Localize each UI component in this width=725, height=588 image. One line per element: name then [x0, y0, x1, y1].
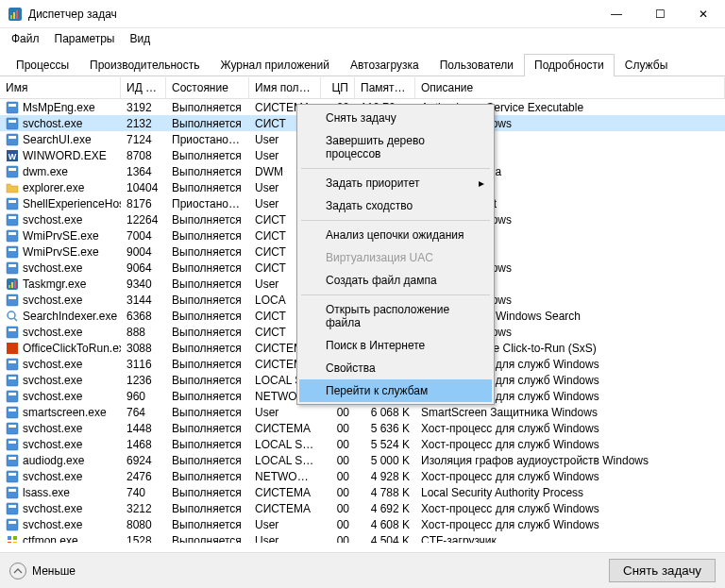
svg-rect-4 [7, 102, 18, 113]
process-state: Выполняется [166, 422, 249, 435]
tab-services[interactable]: Службы [615, 54, 678, 76]
process-mem: 5 524 K [355, 438, 415, 451]
process-icon [6, 229, 19, 243]
process-mem: 4 608 K [355, 518, 415, 531]
svg-rect-57 [8, 536, 11, 540]
col-user[interactable]: Имя польз... [249, 77, 321, 98]
process-name: smartscreen.exe [23, 406, 107, 419]
process-mem: 4 788 K [355, 486, 415, 499]
tab-history[interactable]: Журнал приложений [211, 54, 340, 76]
column-headers: Имя ИД п... Состояние Имя польз... ЦП Па… [0, 76, 725, 99]
svg-rect-1 [10, 15, 12, 19]
process-icon [6, 277, 19, 291]
tab-performance[interactable]: Производительность [79, 54, 210, 76]
svg-rect-26 [11, 282, 13, 288]
col-pid[interactable]: ИД п... [121, 77, 166, 98]
process-state: Выполняется [166, 342, 249, 355]
process-name: MsMpEng.exe [23, 101, 95, 114]
process-state: Выполняется [166, 406, 249, 419]
table-row[interactable]: smartscreen.exe764ВыполняетсяUser006 068… [0, 404, 725, 420]
table-row[interactable]: lsass.exe740ВыполняетсяСИСТЕМА004 788 KL… [0, 484, 725, 500]
process-icon [6, 518, 19, 531]
ctx-separator [301, 168, 490, 169]
table-row[interactable]: audiodg.exe6924ВыполняетсяLOCAL SE...005… [0, 452, 725, 468]
svg-rect-36 [8, 361, 16, 363]
close-button[interactable]: ✕ [682, 0, 725, 28]
process-icon [6, 390, 19, 403]
svg-rect-13 [8, 168, 16, 171]
process-name: svchost.exe [23, 213, 82, 227]
process-icon [6, 117, 19, 130]
process-icon [6, 294, 19, 307]
process-state: Выполняется [166, 294, 249, 307]
process-pid: 9340 [121, 277, 166, 291]
svg-rect-51 [7, 487, 18, 498]
process-state: Выполняется [166, 502, 249, 515]
ctx-wait-chain[interactable]: Анализ цепочки ожидания [299, 224, 492, 246]
process-mem: 4 692 K [355, 502, 415, 515]
ctx-priority[interactable]: Задать приоритет▸ [299, 172, 492, 194]
process-pid: 888 [121, 326, 166, 339]
col-desc[interactable]: Описание [415, 77, 725, 98]
process-name: svchost.exe [23, 358, 82, 371]
process-pid: 3088 [121, 342, 166, 355]
svg-rect-3 [16, 10, 18, 19]
svg-rect-43 [7, 423, 18, 434]
col-state[interactable]: Состояние [166, 77, 249, 98]
minimize-button[interactable]: — [595, 0, 638, 28]
process-desc: SmartScreen Защитника Windows [415, 406, 725, 419]
fewer-details-label: Меньше [32, 564, 76, 578]
process-state: Выполняется [166, 149, 249, 162]
ctx-goto-services[interactable]: Перейти к службам [299, 379, 492, 402]
ctx-open-location[interactable]: Открыть расположение файла [299, 298, 492, 334]
table-row[interactable]: svchost.exe1448ВыполняетсяСИСТЕМА005 636… [0, 420, 725, 436]
svg-rect-49 [7, 471, 18, 482]
table-row[interactable]: svchost.exe1468ВыполняетсяLOCAL SE...005… [0, 436, 725, 452]
maximize-button[interactable]: ☐ [638, 0, 682, 28]
tab-users[interactable]: Пользователи [430, 54, 524, 76]
table-row[interactable]: svchost.exe8080ВыполняетсяUser004 608 KХ… [0, 516, 725, 532]
svg-rect-33 [8, 328, 16, 331]
ctx-affinity[interactable]: Задать сходство [299, 194, 492, 217]
table-row[interactable]: svchost.exe3212ВыполняетсяСИСТЕМА004 692… [0, 500, 725, 516]
tab-bar: Процессы Производительность Журнал прило… [0, 49, 725, 76]
tab-processes[interactable]: Процессы [6, 54, 79, 76]
tab-startup[interactable]: Автозагрузка [340, 54, 430, 76]
process-state: Выполняется [166, 454, 249, 467]
process-cpu: 00 [321, 486, 355, 499]
process-pid: 8708 [121, 149, 166, 162]
col-mem[interactable]: Память (ч... [355, 77, 415, 98]
process-state: Выполняется [166, 245, 249, 259]
process-desc: Изоляция графов аудиоустройств Windows [415, 454, 725, 467]
svg-rect-21 [8, 248, 16, 251]
menu-file[interactable]: Файл [6, 30, 45, 47]
col-cpu[interactable]: ЦП [321, 77, 355, 98]
process-pid: 3116 [121, 358, 166, 371]
svg-rect-28 [7, 294, 18, 306]
ctx-properties[interactable]: Свойства [299, 357, 492, 379]
table-row[interactable]: svchost.exe2476ВыполняетсяNETWORK...004 … [0, 468, 725, 484]
process-desc: Хост-процесс для служб Windows [415, 502, 725, 515]
end-task-button[interactable]: Снять задачу [609, 559, 716, 582]
process-state: Приостановл... [166, 133, 249, 146]
ctx-search[interactable]: Поиск в Интернете [299, 334, 492, 357]
ctx-end-task[interactable]: Снять задачу [299, 107, 492, 129]
col-name[interactable]: Имя [0, 77, 121, 98]
fewer-details-button[interactable]: Меньше [9, 563, 76, 580]
process-cpu: 00 [321, 438, 355, 451]
menu-view[interactable]: Вид [124, 30, 156, 47]
svg-rect-40 [8, 393, 16, 395]
ctx-dump[interactable]: Создать файл дампа [299, 269, 492, 292]
tab-details[interactable]: Подробности [524, 54, 615, 76]
ctx-end-tree[interactable]: Завершить дерево процессов [299, 129, 492, 165]
process-icon [6, 454, 19, 467]
process-pid: 3212 [121, 502, 166, 515]
process-name: svchost.exe [23, 294, 82, 307]
svg-rect-32 [7, 327, 18, 338]
menu-options[interactable]: Параметры [49, 30, 121, 47]
process-name: svchost.exe [23, 390, 82, 403]
table-row[interactable]: ctfmon.exe1528ВыполняетсяUser004 504 KCT… [0, 532, 725, 543]
process-pid: 1236 [121, 374, 166, 387]
process-pid: 10404 [121, 181, 166, 194]
process-icon [6, 197, 19, 210]
